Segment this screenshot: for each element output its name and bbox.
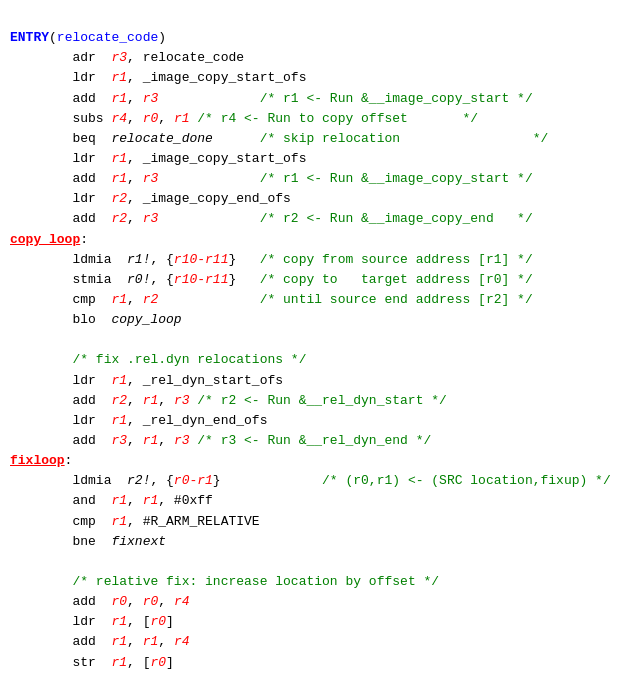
line-5: subs r4, r0, r1 /* r4 <- Run to copy off… [10,111,478,126]
line-28: ldr r1, [r0] [10,614,174,629]
line-label-copy: copy_loop: [10,232,88,247]
line-2: adr r3, relocate_code [10,50,244,65]
line-21: ldmia r2!, {r0-r1} /* (r0,r1) <- (SRC lo… [10,473,611,488]
line-20: add r3, r1, r3 /* r3 <- Run &__rel_dyn_e… [10,433,431,448]
line-23: cmp r1, #R_ARM_RELATIVE [10,514,260,529]
line-9: ldr r2, _image_copy_end_ofs [10,191,291,206]
line-19: ldr r1, _rel_dyn_end_ofs [10,413,267,428]
line-26: /* relative fix: increase location by of… [10,574,439,589]
code-display: ENTRY(relocate_code) adr r3, relocate_co… [10,8,621,677]
line-16: /* fix .rel.dyn relocations */ [10,352,306,367]
line-22: and r1, r1, #0xff [10,493,213,508]
line-1: ENTRY(relocate_code) [10,30,166,45]
line-14: blo copy_loop [10,312,182,327]
line-13: cmp r1, r2 /* until source end address [… [10,292,533,307]
line-10: add r2, r3 /* r2 <- Run &__image_copy_en… [10,211,533,226]
line-11: ldmia r1!, {r10-r11} /* copy from source… [10,252,533,267]
line-24: bne fixnext [10,534,166,549]
line-17: ldr r1, _rel_dyn_start_ofs [10,373,283,388]
line-8: add r1, r3 /* r1 <- Run &__image_copy_st… [10,171,533,186]
line-label-fixloop: fixloop: [10,453,72,468]
line-3: ldr r1, _image_copy_start_ofs [10,70,306,85]
line-6: beq relocate_done /* skip relocation */ [10,131,548,146]
line-27: add r0, r0, r4 [10,594,189,609]
line-12: stmia r0!, {r10-r11} /* copy to target a… [10,272,533,287]
line-7: ldr r1, _image_copy_start_ofs [10,151,306,166]
line-30: str r1, [r0] [10,655,174,670]
line-29: add r1, r1, r4 [10,634,189,649]
line-18: add r2, r1, r3 /* r2 <- Run &__rel_dyn_s… [10,393,447,408]
line-4: add r1, r3 /* r1 <- Run &__image_copy_st… [10,91,533,106]
